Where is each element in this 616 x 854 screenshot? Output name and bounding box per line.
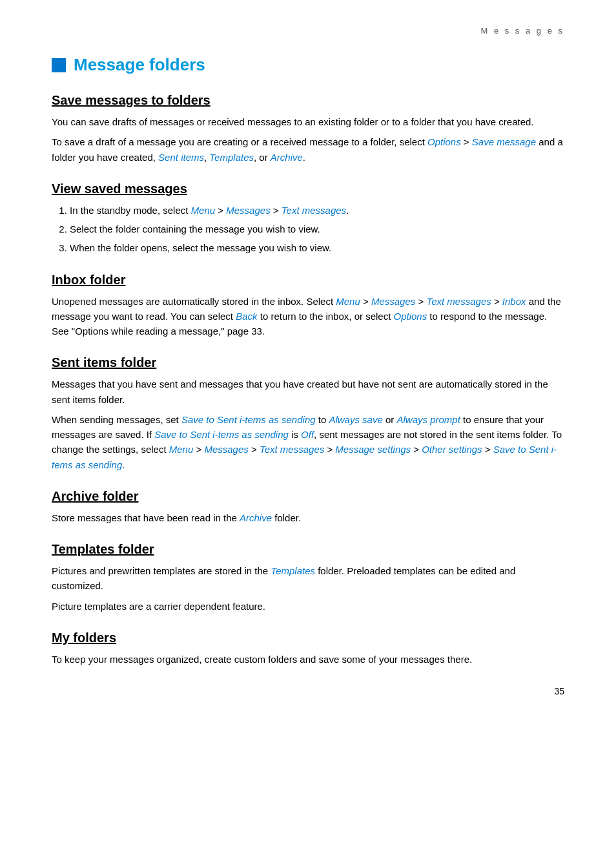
chapter-title-text: Message folders xyxy=(74,55,205,75)
para-save-2: To save a draft of a message you are cre… xyxy=(52,134,564,165)
section-body-inbox: Unopened messages are automatically stor… xyxy=(52,294,564,339)
page-header: M e s s a g e s xyxy=(52,26,564,36)
page: M e s s a g e s Message folders Save mes… xyxy=(0,0,616,722)
link-other-settings: Other settings xyxy=(422,444,482,455)
section-heading-view-saved: View saved messages xyxy=(52,182,564,196)
section-templates: Templates folder Pictures and prewritten… xyxy=(52,542,564,614)
link-messages-2: Messages xyxy=(371,296,415,307)
section-sent-items: Sent items folder Messages that you have… xyxy=(52,355,564,472)
section-heading-my-folders: My folders xyxy=(52,630,564,645)
link-messages-1: Messages xyxy=(226,205,270,216)
list-item-3: When the folder opens, select the messag… xyxy=(70,240,564,255)
chapter-title: Message folders xyxy=(52,55,564,75)
section-heading-sent-items: Sent items folder xyxy=(52,355,564,370)
link-options-2: Options xyxy=(394,311,427,322)
section-heading-templates: Templates folder xyxy=(52,542,564,557)
section-heading-inbox: Inbox folder xyxy=(52,273,564,287)
link-messages-3: Messages xyxy=(204,444,248,455)
section-heading-archive: Archive folder xyxy=(52,489,564,504)
page-number: 35 xyxy=(554,686,564,696)
section-view-saved: View saved messages In the standby mode,… xyxy=(52,182,564,256)
link-sent-items-1: Sent items xyxy=(158,152,204,163)
blue-square-icon xyxy=(52,58,66,72)
link-menu-3: Menu xyxy=(169,444,194,455)
para-templates-1: Pictures and prewritten templates are st… xyxy=(52,563,564,594)
para-save-1: You can save drafts of messages or recei… xyxy=(52,114,564,129)
section-heading-save-messages: Save messages to folders xyxy=(52,93,564,108)
link-text-messages-3: Text messages xyxy=(260,444,324,455)
link-inbox: Inbox xyxy=(502,296,526,307)
link-templates-2: Templates xyxy=(271,565,315,576)
para-sent-2: When sending messages, set Save to Sent … xyxy=(52,412,564,472)
list-item-2: Select the folder containing the message… xyxy=(70,222,564,236)
link-save-message: Save message xyxy=(472,136,536,147)
section-archive: Archive folder Store messages that have … xyxy=(52,489,564,525)
link-archive-2: Archive xyxy=(240,512,272,523)
link-always-save: Always save xyxy=(329,414,382,425)
link-always-prompt: Always prompt xyxy=(397,414,460,425)
para-sent-1: Messages that you have sent and messages… xyxy=(52,377,564,407)
section-inbox: Inbox folder Unopened messages are autom… xyxy=(52,273,564,339)
link-text-messages-2: Text messages xyxy=(426,296,491,307)
link-save-to-sent-1: Save to Sent i-tems as sending xyxy=(181,414,316,425)
section-save-messages: Save messages to folders You can save dr… xyxy=(52,93,564,165)
link-options-1: Options xyxy=(427,136,461,147)
para-inbox-1: Unopened messages are automatically stor… xyxy=(52,294,564,339)
section-body-templates: Pictures and prewritten templates are st… xyxy=(52,563,564,614)
link-archive-1: Archive xyxy=(271,152,303,163)
link-back: Back xyxy=(236,311,257,322)
section-my-folders: My folders To keep your messages organiz… xyxy=(52,630,564,667)
link-off: Off xyxy=(301,429,314,440)
link-menu-2: Menu xyxy=(336,296,360,307)
view-saved-list: In the standby mode, select Menu > Messa… xyxy=(70,203,564,256)
section-body-sent-items: Messages that you have sent and messages… xyxy=(52,377,564,472)
para-my-folders-1: To keep your messages organized, create … xyxy=(52,652,564,667)
link-templates-1: Templates xyxy=(209,152,254,163)
link-text-messages-1: Text messages xyxy=(282,205,346,216)
link-save-to-sent-2: Save to Sent i-tems as sending xyxy=(154,429,289,440)
section-body-archive: Store messages that have been read in th… xyxy=(52,510,564,525)
list-item-1: In the standby mode, select Menu > Messa… xyxy=(70,203,564,218)
section-body-view-saved: In the standby mode, select Menu > Messa… xyxy=(52,203,564,256)
para-archive-1: Store messages that have been read in th… xyxy=(52,510,564,525)
para-templates-2: Picture templates are a carrier dependen… xyxy=(52,599,564,614)
section-body-my-folders: To keep your messages organized, create … xyxy=(52,652,564,667)
section-body-save-messages: You can save drafts of messages or recei… xyxy=(52,114,564,165)
link-menu-1: Menu xyxy=(191,205,216,216)
link-message-settings: Message settings xyxy=(335,444,411,455)
